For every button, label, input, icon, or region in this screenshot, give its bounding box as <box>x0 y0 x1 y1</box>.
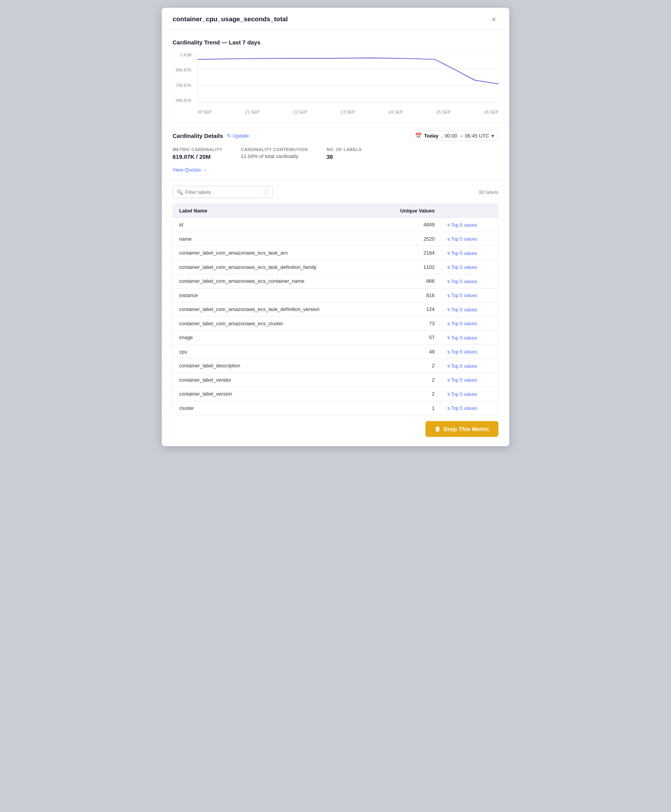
top5-button[interactable]: ⇅ Top 5 values <box>447 236 477 242</box>
top5-button[interactable]: ⇅ Top 5 values <box>447 279 477 284</box>
top5-button[interactable]: ⇅ Top 5 values <box>447 251 477 256</box>
unique-values-cell: 866 <box>378 274 441 288</box>
sort-icon: ⇅ <box>447 307 450 312</box>
sort-icon: ⇅ <box>447 364 450 368</box>
table-row: container_label_version 2 ⇅ Top 5 values <box>173 387 498 401</box>
x-label-2: 21 SEP <box>245 110 259 114</box>
modal-title: container_cpu_usage_seconds_total <box>172 15 288 23</box>
drop-metric-label: Drop This Metric <box>444 426 489 432</box>
label-name-cell: cluster <box>173 401 378 415</box>
top5-cell[interactable]: ⇅ Top 5 values <box>441 288 498 302</box>
table-row: cpu 49 ⇅ Top 5 values <box>173 345 498 359</box>
top5-cell[interactable]: ⇅ Top 5 values <box>441 345 498 359</box>
top5-cell[interactable]: ⇅ Top 5 values <box>441 232 498 246</box>
date-selector-button[interactable]: 📅 Today , 00:00 → 06:45 UTC ▾ <box>411 130 499 141</box>
top5-button[interactable]: ⇅ Top 5 values <box>447 349 477 355</box>
top5-button[interactable]: ⇅ Top 5 values <box>447 377 477 383</box>
sort-icon: ⇅ <box>447 392 450 396</box>
top5-button[interactable]: ⇅ Top 5 values <box>447 392 477 397</box>
top5-cell[interactable]: ⇅ Top 5 values <box>441 302 498 317</box>
table-row: image 57 ⇅ Top 5 values <box>173 331 498 345</box>
label-name-cell: image <box>173 331 378 345</box>
top5-cell[interactable]: ⇅ Top 5 values <box>441 373 498 387</box>
top5-button[interactable]: ⇅ Top 5 values <box>447 335 477 341</box>
unique-values-cell: 2 <box>378 373 441 387</box>
label-name-cell: instance <box>173 288 378 302</box>
top5-label: Top 5 values <box>451 377 477 383</box>
table-row: container_label_vendor 2 ⇅ Top 5 values <box>173 373 498 387</box>
table-row: cluster 1 ⇅ Top 5 values <box>173 401 498 415</box>
sort-icon: ⇅ <box>447 322 450 326</box>
x-label-5: 24 SEP <box>388 110 403 114</box>
label-name-cell: container_label_version <box>173 387 378 401</box>
y-label-2: 986.87K <box>175 68 191 72</box>
label-name-cell: container_label_description <box>173 359 378 373</box>
table-row: container_label_com_amazonaws_ecs_task_d… <box>173 302 498 317</box>
top5-cell[interactable]: ⇅ Top 5 values <box>441 316 498 331</box>
unique-values-cell: 2184 <box>378 246 441 260</box>
details-header: Cardinality Details ↻ Update 📅 Today , 0… <box>172 130 499 141</box>
cardinality-contribution-value: 11.04% of total cardinality <box>241 154 308 159</box>
table-row: container_label_com_amazonaws_ecs_task_a… <box>173 246 498 260</box>
top5-cell[interactable]: ⇅ Top 5 values <box>441 274 498 288</box>
update-button[interactable]: ↻ Update <box>227 133 249 139</box>
table-row: id 4849 ⇅ Top 5 values <box>173 218 498 232</box>
top5-label: Top 5 values <box>451 293 477 298</box>
drop-metric-button[interactable]: 🗑 Drop This Metric <box>426 421 499 437</box>
top5-button[interactable]: ⇅ Top 5 values <box>447 222 477 228</box>
label-name-cell: container_label_vendor <box>173 373 378 387</box>
update-label: Update <box>233 133 249 139</box>
top5-label: Top 5 values <box>451 251 477 256</box>
sort-icon: ⇅ <box>447 223 450 227</box>
x-label-4: 23 SEP <box>341 110 355 114</box>
top5-label: Top 5 values <box>451 335 477 341</box>
top5-cell[interactable]: ⇅ Top 5 values <box>441 359 498 373</box>
modal: container_cpu_usage_seconds_total × Card… <box>162 8 509 446</box>
top5-label: Top 5 values <box>451 392 477 397</box>
chart-plot-area <box>197 53 499 103</box>
top5-button[interactable]: ⇅ Top 5 values <box>447 406 477 411</box>
top5-cell[interactable]: ⇅ Top 5 values <box>441 218 498 232</box>
unique-values-cell: 1 <box>378 401 441 415</box>
label-name-cell: container_label_com_amazonaws_ecs_task_d… <box>173 260 378 274</box>
top5-button[interactable]: ⇅ Top 5 values <box>447 293 477 298</box>
table-row: name 2520 ⇅ Top 5 values <box>173 232 498 246</box>
metric-cardinality-label: METRIC CARDINALITY <box>172 147 222 152</box>
chart-y-labels: 1.41M 986.87K 736.87K 486.87K <box>175 53 194 103</box>
top5-cell[interactable]: ⇅ Top 5 values <box>441 387 498 401</box>
top5-button[interactable]: ⇅ Top 5 values <box>447 363 477 369</box>
top5-cell[interactable]: ⇅ Top 5 values <box>441 246 498 260</box>
labels-count: 38 labels <box>479 189 499 195</box>
label-name-cell: container_label_com_amazonaws_ecs_contai… <box>173 274 378 288</box>
top5-label: Top 5 values <box>451 236 477 242</box>
modal-header: container_cpu_usage_seconds_total × <box>162 8 509 30</box>
top5-label: Top 5 values <box>451 406 477 411</box>
top5-button[interactable]: ⇅ Top 5 values <box>447 264 477 270</box>
dropdown-chevron: ▾ <box>492 133 494 139</box>
table-row: instance 816 ⇅ Top 5 values <box>173 288 498 302</box>
no-labels-label: NO. OF LABELS <box>327 147 362 152</box>
table-row: container_label_description 2 ⇅ Top 5 va… <box>173 359 498 373</box>
chart-container: 1.41M 986.87K 736.87K 486.87K <box>175 53 499 114</box>
unique-values-cell: 2 <box>378 359 441 373</box>
top5-cell[interactable]: ⇅ Top 5 values <box>441 331 498 345</box>
unique-values-cell: 2520 <box>378 232 441 246</box>
modal-backdrop: container_cpu_usage_seconds_total × Card… <box>162 8 509 446</box>
unique-values-cell: 57 <box>378 331 441 345</box>
top5-cell[interactable]: ⇅ Top 5 values <box>441 401 498 415</box>
unique-values-cell: 816 <box>378 288 441 302</box>
top5-button[interactable]: ⇅ Top 5 values <box>447 307 477 312</box>
top5-cell[interactable]: ⇅ Top 5 values <box>441 260 498 274</box>
refresh-icon: ↻ <box>227 133 231 139</box>
cardinality-contribution-label: CARDINALITY CONTRIBUTION <box>241 147 308 152</box>
filter-labels-input[interactable] <box>185 189 261 195</box>
view-quotas-link[interactable]: View Quotas → <box>172 167 207 173</box>
date-range-label: , <box>441 133 443 139</box>
unique-values-cell: 73 <box>378 316 441 331</box>
label-name-cell: cpu <box>173 345 378 359</box>
top5-button[interactable]: ⇅ Top 5 values <box>447 321 477 326</box>
close-button[interactable]: × <box>489 15 499 24</box>
label-name-cell: container_label_com_amazonaws_ecs_cluste… <box>173 316 378 331</box>
sort-icon: ⇅ <box>447 336 450 340</box>
label-name-cell: name <box>173 232 378 246</box>
